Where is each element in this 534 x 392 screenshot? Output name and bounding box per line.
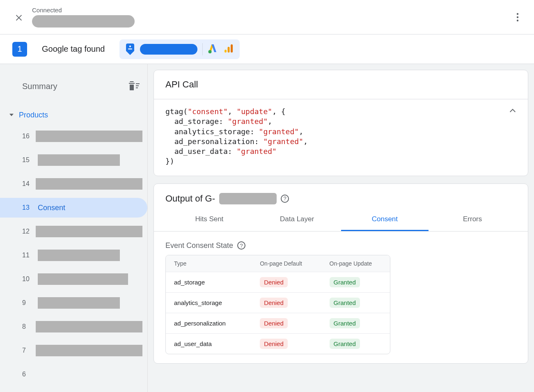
svg-rect-8 [231, 44, 233, 53]
svg-rect-10 [136, 85, 139, 86]
redacted-event-name [36, 226, 142, 237]
top-bar: Connected [0, 0, 534, 34]
google-analytics-icon [223, 43, 234, 55]
event-number: 9 [22, 299, 32, 307]
connected-label: Connected [32, 7, 135, 14]
chevron-down-icon [9, 112, 15, 117]
event-number: 10 [22, 275, 32, 283]
event-name: Consent [38, 204, 65, 212]
tab-consent[interactable]: Consent [341, 209, 429, 231]
main-pane: API Call gtag("consent", "update", { ad_… [148, 64, 534, 392]
sidebar-event-row[interactable]: 11 [0, 245, 147, 265]
table-row: ad_user_dataDeniedGranted [166, 333, 390, 354]
tab-errors[interactable]: Errors [429, 209, 516, 231]
redacted-event-name [38, 154, 120, 166]
consent-type: ad_storage [166, 272, 252, 292]
table-row: ad_personalizationDeniedGranted [166, 313, 390, 333]
sidebar-event-row[interactable]: 12 [0, 222, 147, 241]
sidebar-section-products[interactable]: Products [0, 107, 147, 123]
event-number: 7 [22, 347, 30, 354]
google-tag-found-label: Google tag found [42, 44, 105, 54]
redacted-event-name [36, 178, 142, 190]
table-row: analytics_storageDeniedGranted [166, 292, 390, 313]
svg-point-3 [129, 45, 131, 47]
sidebar-event-row[interactable]: 7 [0, 341, 147, 360]
status-badge: Denied [260, 339, 288, 349]
sub-header: 1 Google tag found [0, 34, 534, 64]
event-number: 8 [22, 323, 30, 330]
kebab-icon [516, 12, 519, 22]
sidebar-event-row[interactable]: 10 [0, 269, 147, 289]
consent-type: ad_user_data [166, 334, 252, 354]
svg-point-5 [209, 50, 212, 53]
redacted-event-name [36, 321, 142, 332]
consent-type: analytics_storage [166, 293, 252, 313]
event-number: 15 [22, 156, 32, 164]
status-badge: Granted [330, 318, 360, 328]
clear-events-button[interactable] [128, 80, 140, 92]
sidebar-event-row[interactable]: 8 [0, 317, 147, 337]
output-tabs: Hits SentData LayerConsentErrors [154, 209, 528, 232]
help-icon[interactable]: ? [281, 195, 289, 203]
api-call-code: gtag("consent", "update", { ad_storage: … [165, 107, 308, 167]
summary-link[interactable]: Summary [22, 82, 57, 91]
svg-point-1 [517, 16, 518, 18]
connection-block: Connected [32, 7, 135, 28]
close-button[interactable] [13, 11, 25, 23]
separator [202, 43, 203, 55]
redacted-event-name [38, 273, 128, 285]
event-number: 12 [22, 228, 30, 235]
tab-hits-sent[interactable]: Hits Sent [165, 209, 253, 231]
output-title-prefix: Output of G- [165, 193, 215, 204]
event-number: 14 [22, 180, 30, 188]
redacted-event-name [36, 345, 142, 356]
status-badge: Granted [330, 298, 360, 308]
clear-icon [128, 80, 140, 91]
event-number: 16 [22, 133, 30, 140]
tag-chip[interactable] [119, 39, 240, 59]
svg-rect-11 [136, 87, 138, 88]
redacted-event-name [36, 131, 142, 142]
status-badge: Granted [330, 277, 360, 287]
sidebar-event-row[interactable]: 16 [0, 126, 147, 146]
sidebar-event-row[interactable]: 14 [0, 174, 147, 194]
event-number: 13 [22, 204, 32, 211]
sidebar: Summary Products 16151413Consent12111098… [0, 64, 148, 392]
table-header: On-page Default [252, 255, 321, 272]
status-badge: Denied [260, 277, 288, 287]
gtag-icon [125, 43, 135, 56]
table-row: ad_storageDeniedGranted [166, 272, 390, 292]
sidebar-event-row[interactable]: 6 [0, 364, 147, 384]
svg-rect-6 [225, 50, 227, 53]
api-call-card: API Call gtag("consent", "update", { ad_… [154, 70, 528, 176]
products-label: Products [19, 111, 48, 119]
help-icon[interactable]: ? [237, 241, 245, 250]
svg-point-2 [517, 19, 518, 21]
status-badge: Granted [330, 339, 360, 349]
chevron-up-icon [509, 107, 516, 114]
redacted-event-name [38, 250, 120, 261]
svg-point-0 [517, 13, 518, 14]
consent-table: TypeOn-page DefaultOn-page Updatead_stor… [165, 255, 390, 354]
table-header: Type [166, 255, 252, 272]
overflow-menu-button[interactable] [511, 11, 524, 24]
status-badge: Denied [260, 318, 288, 328]
sidebar-event-row[interactable]: 15 [0, 150, 147, 170]
table-header: On-page Update [321, 255, 390, 272]
api-call-title: API Call [165, 79, 198, 90]
svg-rect-7 [228, 47, 230, 53]
event-number: 6 [22, 371, 32, 378]
svg-rect-9 [136, 83, 140, 84]
redacted-event-name [38, 297, 120, 309]
status-badge: Denied [260, 298, 288, 308]
collapse-button[interactable] [509, 107, 516, 115]
tab-data-layer[interactable]: Data Layer [253, 209, 341, 231]
redacted-measurement-id [219, 193, 277, 204]
sidebar-event-row[interactable]: 9 [0, 293, 147, 313]
event-consent-state-label: Event Consent State [165, 241, 233, 250]
event-list: 16151413Consent1211109876 [0, 126, 147, 384]
redacted-url [32, 15, 135, 28]
output-card: Output of G- ? Hits SentData LayerConsen… [154, 183, 528, 364]
consent-type: ad_personalization [166, 313, 252, 333]
sidebar-event-row[interactable]: 13Consent [0, 198, 147, 218]
